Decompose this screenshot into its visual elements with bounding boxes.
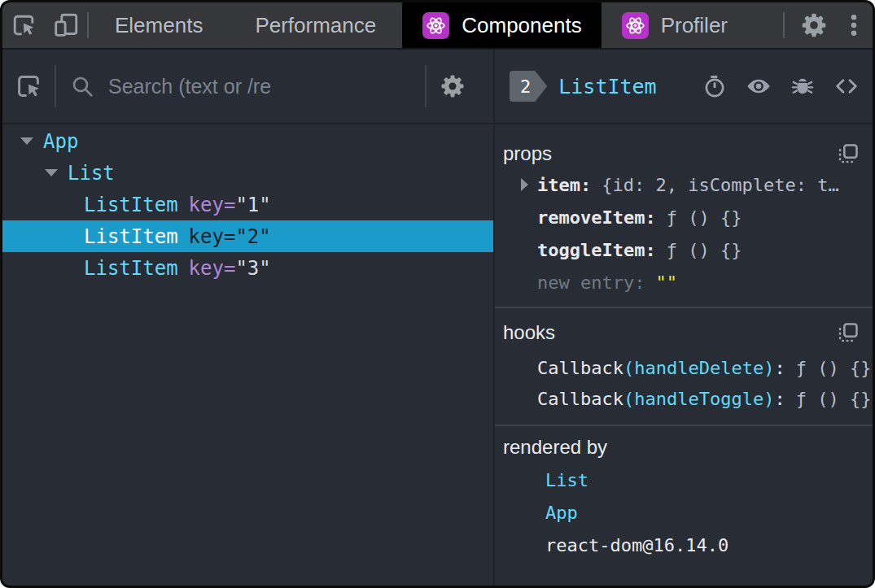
select-element-button[interactable] [2, 71, 55, 102]
props-section: props item: { [495, 124, 875, 308]
inspect-dom-button[interactable] [744, 73, 773, 99]
react-logo-icon [422, 11, 450, 40]
tab-label: Elements [115, 13, 203, 38]
expander-icon[interactable] [521, 178, 528, 191]
inspect-cursor-icon [9, 11, 38, 40]
tree-node-key-value: "1" [235, 194, 270, 216]
tree-node-name: List [68, 162, 115, 185]
tree-node-key-value: "3" [235, 257, 270, 280]
gear-icon [439, 72, 466, 100]
hook-name: Callback [537, 358, 623, 378]
react-logo-icon [621, 11, 650, 40]
hook-name: Callback [537, 389, 623, 409]
prop-row-toggleitem[interactable]: toggleItem: ƒ () {} [503, 233, 871, 266]
tree-row-app[interactable]: App [2, 125, 493, 157]
tree-toolbar [2, 50, 493, 124]
tree-row-list[interactable]: List [2, 157, 493, 189]
rendered-by-title: rendered by [503, 436, 607, 459]
tree-settings-button[interactable] [427, 72, 479, 100]
prop-key: item: [537, 175, 591, 195]
devtools-tab-bar: Elements Performance Components [2, 2, 873, 50]
device-toolbar-button[interactable] [45, 2, 87, 48]
hooks-title: hooks [503, 321, 555, 344]
tree-row-listitem-2[interactable]: ListItem key= "2" [2, 220, 493, 252]
tree-node-name: ListItem [84, 194, 178, 216]
tab-label: Profiler [661, 13, 728, 38]
components-tree-panel: App List ListItem key= "1" ListItem key=… [2, 50, 493, 586]
eye-icon [744, 73, 773, 99]
hook-row-handletoggle[interactable]: Callback (handleToggle) : ƒ () {} [503, 383, 871, 414]
tab-label: Performance [255, 13, 376, 38]
devtools-settings-button[interactable] [793, 2, 835, 48]
selected-component-name: ListItem [558, 75, 656, 98]
hook-value: ƒ () {} [796, 389, 872, 409]
component-inspector-panel: 2 ListItem [493, 50, 875, 586]
topbar-separator [783, 12, 785, 38]
hook-arg: (handleToggle) [623, 389, 774, 409]
hook-separator: : [774, 358, 785, 378]
expander-icon[interactable] [20, 137, 33, 145]
prop-value: ƒ () {} [667, 207, 742, 228]
hooks-section: hooks Callback (handleDele [495, 308, 875, 426]
kebab-menu-icon [842, 11, 866, 39]
props-title: props [503, 142, 552, 165]
tree-node-key-attr: key= [189, 225, 236, 248]
tab-elements[interactable]: Elements [89, 2, 229, 48]
copy-icon [837, 142, 860, 165]
tree-row-listitem-1[interactable]: ListItem key= "1" [2, 189, 493, 220]
owner-link[interactable]: App [545, 503, 578, 523]
code-brackets-icon [832, 73, 861, 99]
tree-node-name: ListItem [84, 257, 178, 280]
tab-components[interactable]: Components [402, 2, 601, 48]
renderer-version-label: react-dom@16.14.0 [545, 535, 728, 555]
tree-node-key-attr: key= [189, 257, 236, 280]
view-source-button[interactable] [832, 73, 861, 99]
inspect-cursor-icon [13, 71, 44, 102]
stopwatch-icon [702, 73, 728, 99]
tree-node-name: ListItem [84, 225, 178, 248]
hook-row-handledelete[interactable]: Callback (handleDelete) : ƒ () {} [503, 352, 871, 383]
tree-node-key-attr: key= [189, 194, 236, 216]
owner-row-app[interactable]: App [503, 496, 871, 529]
rendered-by-section: rendered by List App react-dom@16.14.0 [495, 426, 875, 561]
new-entry-key[interactable]: new entry: [537, 272, 645, 293]
prop-value: {id: 2, isComplete: t… [602, 175, 838, 195]
prop-row-removeitem[interactable]: removeItem: ƒ () {} [503, 201, 871, 233]
tab-performance[interactable]: Performance [229, 2, 402, 48]
expander-icon[interactable] [45, 169, 58, 176]
inspect-element-button[interactable] [2, 2, 45, 48]
component-tree: App List ListItem key= "1" ListItem key=… [2, 124, 493, 586]
copy-props-button[interactable] [837, 142, 871, 165]
search-icon [69, 73, 95, 99]
prop-key: removeItem: [537, 207, 656, 228]
tab-profiler[interactable]: Profiler [602, 2, 747, 48]
suspense-toggle-button[interactable] [702, 73, 728, 99]
search-input[interactable] [108, 75, 425, 98]
new-entry-value[interactable]: "" [655, 272, 677, 293]
tree-node-key-value: "2" [235, 225, 270, 248]
tab-label: Components [462, 13, 581, 38]
owner-row-react-dom: react-dom@16.14.0 [503, 529, 871, 561]
hook-arg: (handleDelete) [623, 358, 774, 378]
gear-icon [799, 11, 829, 40]
copy-icon [837, 321, 860, 344]
owner-link[interactable]: List [545, 470, 588, 490]
devtools-window: Elements Performance Components [0, 0, 875, 588]
copy-hooks-button[interactable] [837, 321, 871, 344]
prop-row-new-entry[interactable]: new entry: "" [503, 266, 871, 298]
tree-node-name: App [43, 130, 78, 153]
device-toolbar-icon [51, 11, 81, 40]
bug-icon [790, 73, 816, 99]
tree-row-listitem-3[interactable]: ListItem key= "3" [2, 252, 493, 284]
prop-key: toggleItem: [537, 240, 656, 260]
element-count-badge: 2 [510, 71, 547, 102]
log-to-console-button[interactable] [790, 73, 816, 99]
prop-row-item[interactable]: item: {id: 2, isComplete: t… [503, 168, 871, 201]
inspector-header: 2 ListItem [495, 50, 875, 124]
hook-separator: : [774, 389, 785, 409]
hook-value: ƒ () {} [796, 358, 872, 378]
prop-value: ƒ () {} [667, 240, 742, 260]
owner-row-list[interactable]: List [503, 464, 871, 496]
devtools-menu-button[interactable] [835, 2, 873, 48]
